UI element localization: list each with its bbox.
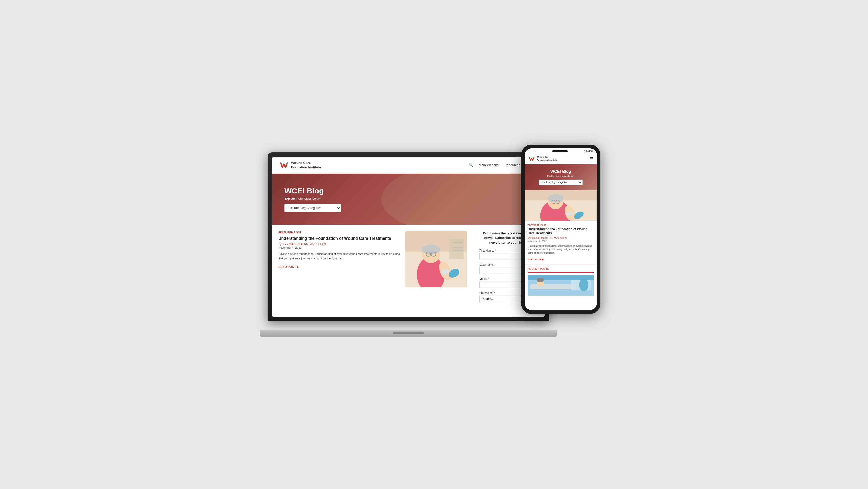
hero-title: WCEI Blog — [284, 186, 532, 195]
phone-categories-select[interactable]: Explore Blog Categories — [539, 180, 583, 185]
featured-author-prefix: By — [278, 243, 282, 246]
wcei-logo-icon — [279, 161, 288, 170]
featured-image — [405, 231, 467, 287]
phone-notch — [552, 150, 568, 152]
featured-title: Understanding the Foundation of Wound Ca… — [278, 236, 400, 241]
laptop-screen: Wound Care Education Institute 🔍 Main We… — [272, 157, 545, 317]
phone-hero-subtitle: Explore more topics below — [539, 175, 583, 178]
blog-categories-select[interactable]: Explore Blog Categories — [284, 204, 341, 212]
hero-subtitle: Explore more topics below — [284, 197, 532, 200]
phone-hero: WCEI Blog Explore more topics below Expl… — [525, 164, 597, 190]
phone-featured-label: FEATURED POST — [528, 224, 594, 226]
phone-recent-image-svg — [528, 275, 594, 296]
featured-content: FEATURED POST Understanding the Foundati… — [278, 231, 400, 306]
phone-logo-line1: Wound Care — [537, 156, 557, 159]
logo-line2: Education Institute — [291, 165, 321, 170]
phone-signal-dots: · · · · · · — [529, 150, 536, 152]
site-main: FEATURED POST Understanding the Foundati… — [272, 225, 545, 312]
featured-author: By Tara Call Triplett, RN, WCC, CHFN — [278, 243, 400, 246]
featured-label: FEATURED POST — [278, 231, 400, 234]
phone-featured-excerpt: Having a strong foundational understandi… — [528, 244, 594, 255]
phone-hamburger-icon[interactable]: ☰ — [590, 156, 593, 161]
featured-author-link[interactable]: Tara Call Triplett, RN, WCC, CHFN — [282, 243, 326, 246]
logo-line1: Wound Care — [291, 161, 321, 165]
phone-recent-section: RECENT POSTS — [525, 265, 597, 299]
phone-featured-image — [525, 190, 597, 221]
hero-content: WCEI Blog Explore more topics below Expl… — [284, 186, 532, 212]
phone-recent-label: RECENT POSTS — [528, 268, 594, 273]
svg-point-20 — [548, 194, 564, 202]
read-post-link[interactable]: READ POST ▶ — [278, 265, 299, 269]
laptop-device: Wound Care Education Institute 🔍 Main We… — [268, 152, 549, 337]
phone-content: FEATURED POST Understanding the Foundati… — [525, 190, 597, 310]
phone-screen: · · · · · · 1:30 PM Wound Care Education… — [525, 148, 597, 310]
phone-logo-line2: Education Institute — [537, 159, 557, 162]
svg-point-4 — [422, 244, 440, 255]
phone-hero-content: WCEI Blog Explore more topics below Expl… — [539, 169, 583, 185]
site-header: Wound Care Education Institute 🔍 Main We… — [272, 157, 545, 174]
phone-time: 1:30 PM — [584, 150, 593, 152]
laptop-base — [260, 330, 557, 337]
phone-featured-author: By Tara Call Triplett, RN, WCC, CHFN — [528, 237, 594, 239]
phone-author-name: Tara Call Triplett, RN, WCC, CHFN — [531, 237, 567, 239]
featured-image-illustration — [405, 231, 467, 287]
svg-rect-28 — [530, 284, 576, 289]
svg-point-30 — [537, 278, 544, 282]
featured-excerpt: Having a strong foundational understandi… — [278, 252, 400, 261]
phone-featured-date: November 4, 2022 — [528, 240, 594, 242]
logo-text: Wound Care Education Institute — [291, 161, 321, 170]
featured-image-placeholder — [405, 231, 467, 287]
featured-section: FEATURED POST Understanding the Foundati… — [272, 225, 473, 312]
search-icon[interactable]: 🔍 — [469, 163, 473, 167]
phone-wcei-logo-icon — [528, 155, 535, 162]
hero-section: WCEI Blog Explore more topics below Expl… — [272, 174, 545, 225]
svg-rect-11 — [449, 239, 464, 259]
logo-area: Wound Care Education Institute — [279, 161, 321, 170]
nav-main-website[interactable]: Main Website — [479, 163, 499, 167]
phone-device: · · · · · · 1:30 PM Wound Care Education… — [521, 145, 600, 314]
laptop-body: Wound Care Education Institute 🔍 Main We… — [268, 152, 549, 322]
phone-logo-area: Wound Care Education Institute — [528, 155, 557, 162]
scene: Wound Care Education Institute 🔍 Main We… — [268, 145, 600, 344]
nav-resources[interactable]: Resources — [504, 163, 520, 167]
phone-recent-image — [528, 275, 594, 296]
svg-point-32 — [579, 278, 588, 291]
phone-status-bar: · · · · · · 1:30 PM — [525, 148, 597, 153]
phone-hero-title: WCEI Blog — [539, 169, 583, 174]
phone-by-prefix: By — [528, 237, 531, 239]
phone-featured-image-svg — [525, 190, 597, 221]
phone-header: Wound Care Education Institute ☰ — [525, 153, 597, 164]
phone-logo-text: Wound Care Education Institute — [537, 156, 557, 162]
phone-read-post-link[interactable]: READ POST ▶ — [528, 258, 544, 261]
phone-featured-title: Understanding the Foundation of Wound Ca… — [528, 227, 594, 236]
phone-featured-text: FEATURED POST Understanding the Foundati… — [525, 221, 597, 265]
featured-date: November 4, 2022 — [278, 246, 400, 249]
